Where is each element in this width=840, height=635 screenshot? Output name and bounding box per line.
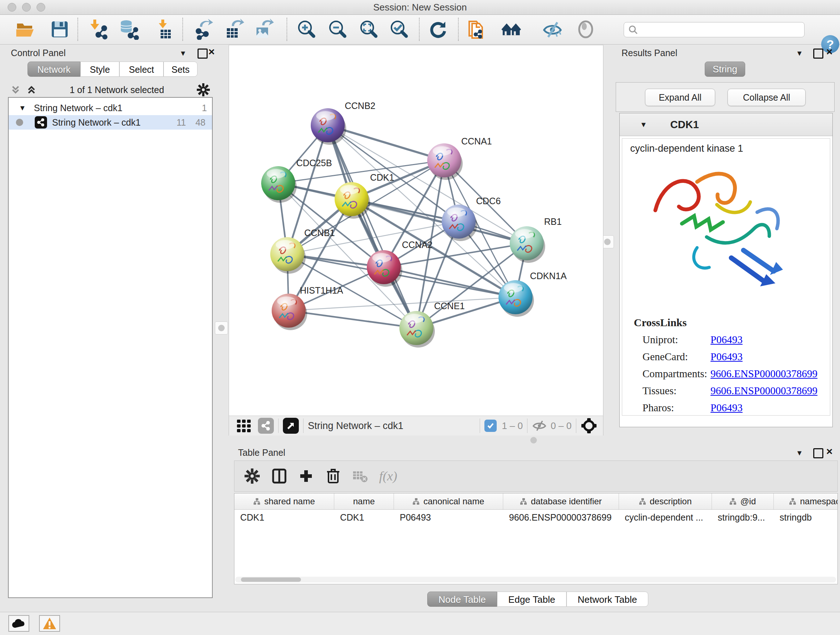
node-label-CDKN1A: CDKN1A <box>530 271 567 281</box>
cdk1-section-header[interactable]: ▼ CDK1 <box>620 113 832 136</box>
show-all-eye-icon[interactable] <box>575 19 596 40</box>
table-cell[interactable]: cyclin-dependent ... <box>619 510 712 525</box>
network-graph[interactable]: CCNB2CCNA1CDC25BCDK1CDC6RB1CCNB1CCNA2CDK… <box>229 45 603 415</box>
table-cell[interactable]: stringdb:9... <box>712 510 774 525</box>
tab-edge-table[interactable]: Edge Table <box>497 592 567 607</box>
selected-checkbox-icon[interactable] <box>485 420 497 432</box>
crosslink-value-link[interactable]: 9606.ENSP00000378699 <box>711 385 818 397</box>
grid-view-icon[interactable] <box>236 418 251 433</box>
create-column-plus-icon[interactable] <box>299 469 313 483</box>
node-CCNE1[interactable]: CCNE1 <box>399 301 465 348</box>
share-file-icon[interactable] <box>467 19 488 40</box>
crosslink-value-link[interactable]: P06493 <box>711 334 743 346</box>
column-header-shared-name[interactable]: shared name <box>234 494 334 509</box>
control-panel-close-icon[interactable]: × <box>208 47 215 57</box>
table-cell[interactable]: stringdb <box>774 510 838 525</box>
tab-sets[interactable]: Sets <box>164 62 197 77</box>
column-header-canonical-name[interactable]: canonical name <box>394 494 503 509</box>
control-panel-float-icon[interactable]: ▼ <box>180 49 187 57</box>
crosslink-value-link[interactable]: 9606.ENSP00000378699 <box>711 368 818 380</box>
results-panel-maximize-icon[interactable] <box>813 49 823 59</box>
node-CDKN1A[interactable]: CDKN1A <box>499 271 567 317</box>
navigator-crosshair-icon[interactable] <box>581 417 597 434</box>
import-table-file-icon[interactable] <box>155 19 176 40</box>
tab-style[interactable]: Style <box>80 62 119 77</box>
column-header-namespace[interactable]: namespace <box>774 494 838 509</box>
edge-CCNB2-CCNE1[interactable] <box>328 125 416 328</box>
table-panel-float-icon[interactable]: ▼ <box>796 449 803 457</box>
search-icon <box>628 25 638 35</box>
results-panel-float-icon[interactable]: ▼ <box>796 49 803 57</box>
export-network-icon[interactable] <box>193 19 214 40</box>
results-panel-close-icon[interactable]: × <box>826 47 833 57</box>
edge-HIST1H1A-CCNE1[interactable] <box>289 310 416 328</box>
node-table[interactable]: shared namenamecanonical namedatabase id… <box>234 493 838 584</box>
cdk1-expander-icon[interactable]: ▼ <box>640 120 647 129</box>
open-session-icon[interactable] <box>14 19 35 40</box>
tab-network[interactable]: Network <box>27 62 80 77</box>
node-RB1[interactable]: RB1 <box>510 217 562 263</box>
table-hscrollbar-thumb[interactable] <box>241 578 301 582</box>
node-CCNB1[interactable]: CCNB1 <box>270 228 335 274</box>
results-tab-string[interactable]: String <box>705 62 745 77</box>
network-options-gear-icon[interactable] <box>197 83 210 96</box>
tab-network-table[interactable]: Network Table <box>567 592 648 607</box>
birds-eye-view-icon[interactable] <box>283 418 299 434</box>
table-panel-title: Table Panel <box>238 448 286 458</box>
table-panel-close-icon[interactable]: × <box>826 447 833 456</box>
function-builder-icon: f(x) <box>379 469 397 484</box>
left-splitter-handle[interactable] <box>215 321 228 334</box>
crosslink-value-link[interactable]: P06493 <box>711 351 743 363</box>
control-panel-maximize-icon[interactable] <box>197 49 208 59</box>
hide-selected-eye-icon[interactable] <box>542 19 563 40</box>
toolbar-separator <box>458 18 459 41</box>
zoom-fit-icon[interactable] <box>358 19 379 40</box>
table-options-gear-icon[interactable] <box>245 469 260 484</box>
column-header-label: name <box>353 496 375 507</box>
network-collection-row[interactable]: ▼ String Network – cdk1 1 <box>9 101 212 115</box>
expand-all-chevron-icon[interactable] <box>10 84 21 95</box>
first-neighbors-icon[interactable] <box>501 19 523 40</box>
search-input[interactable] <box>638 24 795 35</box>
network-selection-status: 1 of 1 Network selected <box>37 85 197 95</box>
collection-expander-icon[interactable]: ▼ <box>19 104 26 112</box>
zoom-in-icon[interactable] <box>296 19 317 40</box>
table-hscrollbar[interactable] <box>235 577 836 583</box>
cloud-button[interactable] <box>8 615 29 632</box>
network-row[interactable]: String Network – cdk1 11 48 <box>9 115 212 130</box>
table-cell[interactable]: P06493 <box>394 510 503 525</box>
table-cell[interactable]: CDK1 <box>334 510 394 525</box>
column-header-name[interactable]: name <box>334 494 394 509</box>
column-header-description[interactable]: description <box>619 494 712 509</box>
save-session-icon[interactable] <box>49 19 70 40</box>
column-header-database-identifier[interactable]: database identifier <box>503 494 619 509</box>
network-view[interactable]: CCNB2CCNA1CDC25BCDK1CDC6RB1CCNB1CCNA2CDK… <box>229 45 603 435</box>
zoom-selected-icon[interactable] <box>388 19 409 40</box>
refresh-icon[interactable] <box>428 19 448 40</box>
crosslink-value-link[interactable]: P06493 <box>711 402 743 414</box>
table-panel-maximize-icon[interactable] <box>813 448 823 458</box>
network-share-view-icon[interactable] <box>258 418 274 434</box>
zoom-out-icon[interactable] <box>327 19 348 40</box>
delete-column-trash-icon[interactable] <box>326 468 340 484</box>
collapse-all-chevron-icon[interactable] <box>26 84 37 95</box>
collapse-all-button[interactable]: Collapse All <box>728 89 806 106</box>
node-CCNB2[interactable]: CCNB2 <box>311 101 376 145</box>
node-CCNA1[interactable]: CCNA1 <box>427 136 492 180</box>
bottom-splitter-handle[interactable] <box>531 437 537 443</box>
toolbar-separator <box>303 418 303 433</box>
tab-node-table[interactable]: Node Table <box>427 592 497 607</box>
warning-button[interactable] <box>39 615 60 632</box>
column-header-@id[interactable]: @id <box>712 494 774 509</box>
table-row[interactable]: CDK1CDK1P064939606.ENSP00000378699cyclin… <box>234 510 837 525</box>
import-network-file-icon[interactable] <box>88 19 109 40</box>
show-columns-icon[interactable] <box>272 468 286 484</box>
expand-all-button[interactable]: Expand All <box>645 89 715 106</box>
hidden-node-edge-counts: 0 – 0 <box>551 420 572 432</box>
export-image-icon[interactable] <box>253 19 274 40</box>
table-cell[interactable]: 9606.ENSP00000378699 <box>503 510 619 525</box>
export-table-icon[interactable] <box>224 19 245 40</box>
import-network-database-icon[interactable] <box>118 19 140 40</box>
table-cell[interactable]: CDK1 <box>234 510 334 525</box>
tab-select[interactable]: Select <box>119 62 164 77</box>
